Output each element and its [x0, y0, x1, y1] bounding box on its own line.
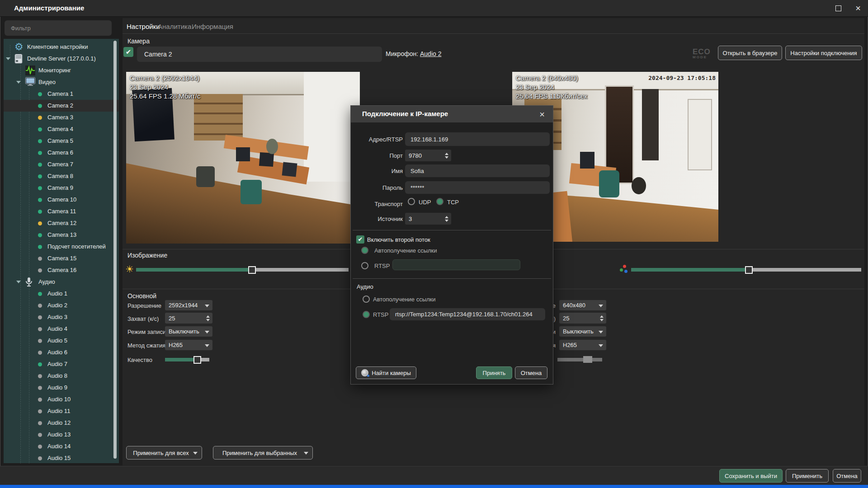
quality-track-empty[interactable] [201, 358, 209, 361]
find-cameras-button[interactable]: Найти камеры [356, 366, 416, 379]
microphone-link[interactable]: Audio 2 [420, 50, 441, 57]
tree-item-audio-10[interactable]: Audio 10 [4, 394, 119, 405]
tree-item-audio-14[interactable]: Audio 14 [4, 441, 119, 452]
camera-name-input[interactable]: Camera 2 [137, 47, 382, 62]
substream-slider-handle[interactable] [745, 266, 753, 274]
tree-scrollbar[interactable] [113, 41, 117, 459]
tree-item-audio-12[interactable]: Audio 12 [4, 417, 119, 429]
dialog-cancel-button[interactable]: Отмена [515, 366, 547, 379]
connection-settings-button[interactable]: Настройки подключения [785, 46, 862, 60]
tree-item-audio-6[interactable]: Audio 6 [4, 347, 119, 358]
open-in-browser-button[interactable]: Открыть в браузере [718, 46, 782, 60]
tree-item-devline-server-127-0-0-1-[interactable]: Devline Server (127.0.0.1) [4, 53, 119, 65]
expander-icon[interactable] [16, 281, 21, 283]
tree-item-camera-13[interactable]: Camera 13 [4, 229, 119, 241]
tree-item-camera-16[interactable]: Camera 16 [4, 264, 119, 276]
tree-item-мониторинг[interactable]: Мониторинг [4, 65, 119, 76]
tree-item-видео[interactable]: Видео [4, 76, 119, 88]
close-button[interactable]: × [848, 0, 868, 16]
tree-item-camera-4[interactable]: Camera 4 [4, 123, 119, 135]
resolution-dropdown-substream[interactable]: 640x480 [559, 300, 606, 310]
tree-item-audio-3[interactable]: Audio 3 [4, 311, 119, 323]
quality-slider-handle-substream[interactable] [583, 356, 592, 363]
second-stream-checkbox[interactable]: ✔ [356, 235, 364, 244]
maximize-button[interactable] [828, 0, 848, 16]
tree-item-camera-15[interactable]: Camera 15 [4, 253, 119, 264]
record-mode-dropdown-substream[interactable]: Выключить [559, 326, 606, 337]
tree-item-camera-1[interactable]: Camera 1 [4, 88, 119, 100]
fps-spinner[interactable]: 25 [165, 313, 212, 324]
port-spinner[interactable]: 9780 [405, 150, 451, 161]
tab-analytics[interactable]: Аналитика [158, 23, 191, 30]
tree-item-audio-8[interactable]: Audio 8 [4, 370, 119, 382]
tree-item-подсчет-посетителей[interactable]: Подсчет посетителей [4, 241, 119, 253]
tree-item-audio-4[interactable]: Audio 4 [4, 323, 119, 335]
tree-item-camera-7[interactable]: Camera 7 [4, 159, 119, 170]
tcp-radio[interactable] [436, 198, 443, 205]
tree-item-audio-15[interactable]: Audio 15 [4, 452, 119, 463]
expander-icon[interactable] [6, 57, 10, 60]
tree-item-клиентские-настройки[interactable]: ⚙ Клиентские настройки [4, 41, 119, 53]
tree-item-camera-6[interactable]: Camera 6 [4, 147, 119, 159]
tree-item-camera-10[interactable]: Camera 10 [4, 194, 119, 206]
tab-settings[interactable]: Настройки [127, 23, 160, 30]
tree-item-camera-3[interactable]: Camera 3 [4, 112, 119, 123]
camera-enabled-checkbox[interactable]: ✔ [123, 47, 133, 57]
compression-dropdown-substream[interactable]: H265 [559, 340, 606, 350]
tree-item-audio-7[interactable]: Audio 7 [4, 358, 119, 370]
record-mode-label: Режим записи [127, 328, 166, 335]
tree-item-camera-5[interactable]: Camera 5 [4, 135, 119, 147]
record-mode-dropdown[interactable]: Выключить [165, 326, 212, 337]
udp-radio[interactable] [408, 198, 415, 205]
spinner-arrows[interactable] [445, 150, 448, 161]
cancel-button[interactable]: Отмена [833, 469, 861, 483]
brightness-track-filled[interactable] [136, 268, 248, 272]
fps-spinner-substream[interactable]: 25 [559, 313, 606, 324]
tree-item-audio-13[interactable]: Audio 13 [4, 429, 119, 441]
tree-item-audio-9[interactable]: Audio 9 [4, 382, 119, 394]
filter-input[interactable] [5, 20, 112, 36]
spinner-arrows[interactable] [206, 313, 210, 324]
titlebar: Администрирование × [0, 0, 868, 17]
quality-track-substream[interactable] [557, 358, 602, 361]
password-input[interactable]: ****** [405, 181, 550, 194]
second-stream-rtsp-radio[interactable] [361, 262, 368, 269]
brightness-slider-handle[interactable] [248, 266, 256, 274]
apply-for-selected-button[interactable]: Применить для выбранных [213, 446, 313, 460]
audio-rtsp-input[interactable]: rtsp://Temp1234:Temp1234@192.168.1.70/ch… [390, 308, 545, 320]
audio-auto-radio[interactable] [363, 296, 370, 303]
second-stream-auto-label: Автополучение ссылки [374, 247, 437, 254]
tree-item-audio-2[interactable]: Audio 2 [4, 300, 119, 311]
resolution-dropdown[interactable]: 2592x1944 [165, 300, 212, 310]
expander-icon[interactable] [16, 81, 21, 84]
second-stream-rtsp-input[interactable] [392, 259, 520, 270]
substream-slider-track-empty[interactable] [753, 268, 861, 272]
second-stream-auto-radio[interactable] [361, 247, 368, 254]
save-and-exit-button[interactable]: Сохранить и выйти [719, 469, 783, 483]
source-spinner[interactable]: 3 [405, 213, 451, 225]
tab-information[interactable]: Информация [192, 23, 233, 30]
tree-item-audio-5[interactable]: Audio 5 [4, 335, 119, 347]
apply-button[interactable]: Применить [786, 469, 829, 483]
quality-track-filled[interactable] [165, 358, 193, 361]
tree-item-camera-9[interactable]: Camera 9 [4, 182, 119, 194]
spinner-arrows[interactable] [445, 213, 448, 225]
tree-item-аудио[interactable]: Аудио [4, 276, 119, 288]
substream-slider-track-filled[interactable] [631, 268, 745, 272]
address-input[interactable]: 192.168.1.169 [405, 132, 550, 146]
apply-for-all-button[interactable]: Применить для всех [126, 446, 202, 460]
login-input[interactable]: Sofia [405, 164, 550, 177]
brightness-track-empty[interactable] [256, 268, 349, 272]
dialog-close-button[interactable]: × [536, 108, 548, 121]
tree-item-camera-8[interactable]: Camera 8 [4, 170, 119, 182]
quality-slider-handle[interactable] [193, 356, 201, 364]
audio-rtsp-radio[interactable] [363, 311, 370, 318]
tree-item-camera-12[interactable]: Camera 12 [4, 217, 119, 229]
tree-item-audio-11[interactable]: Audio 11 [4, 405, 119, 417]
compression-dropdown[interactable]: H265 [165, 340, 212, 350]
tree-item-camera-2[interactable]: Camera 2 [4, 100, 119, 112]
tree-item-audio-1[interactable]: Audio 1 [4, 288, 119, 300]
dialog-accept-button[interactable]: Принять [476, 366, 512, 379]
tree-item-camera-11[interactable]: Camera 11 [4, 206, 119, 217]
spinner-arrows[interactable] [600, 313, 604, 324]
